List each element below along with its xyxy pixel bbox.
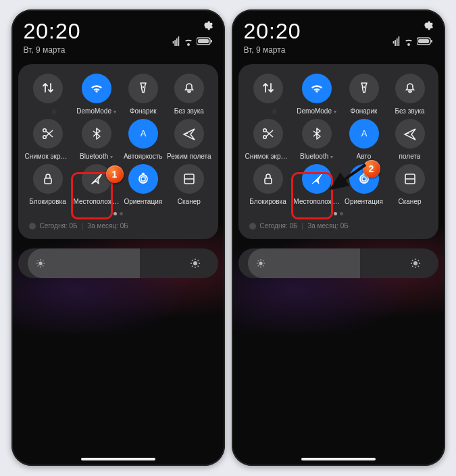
- qs-tile-auto-a[interactable]: Авто: [343, 119, 386, 160]
- qs-tile-label: Режим полета: [167, 153, 211, 160]
- auto-a-icon: [349, 119, 379, 149]
- settings-gear-icon[interactable]: [421, 19, 433, 31]
- qs-tile-label: полета: [399, 153, 421, 160]
- clock: 20:20: [24, 19, 81, 44]
- brightness-low-icon: [36, 259, 45, 268]
- qs-tile-label: Автояркость: [124, 153, 163, 160]
- scissors-icon: [253, 119, 283, 149]
- qs-tile-auto-a[interactable]: Автояркость: [122, 119, 165, 160]
- home-indicator[interactable]: [81, 458, 155, 460]
- qs-tile-label: Без звука: [395, 107, 424, 115]
- location-icon: [302, 164, 332, 194]
- brightness-slider[interactable]: [18, 248, 218, 278]
- qs-tile-label: Сканер: [398, 198, 421, 205]
- qs-tile-label: Блокировка: [29, 198, 66, 205]
- qs-tile-wifi[interactable]: DemoMode ▾: [294, 74, 340, 115]
- rotate-icon: [128, 164, 158, 194]
- qs-tile-rotate[interactable]: Ориентация: [343, 164, 386, 205]
- page-indicator: [25, 212, 211, 215]
- date: Вт, 9 марта: [24, 45, 81, 55]
- qs-tile-label: Фонарик: [130, 107, 157, 115]
- qs-tile-torch[interactable]: Фонарик: [343, 74, 386, 115]
- qs-tile-bluetooth[interactable]: Bluetooth ▾: [294, 119, 340, 160]
- qs-tile-location[interactable]: Местоположение: [294, 164, 340, 205]
- qs-tile-bell[interactable]: Без звука: [388, 74, 432, 115]
- qs-tile-label: Сканер: [178, 198, 201, 205]
- bluetooth-icon: [302, 119, 332, 149]
- qs-tile-scissors[interactable]: Снимок экрана: [245, 119, 291, 160]
- qs-tile-scan[interactable]: Сканер: [167, 164, 211, 205]
- plane-icon: [395, 119, 425, 149]
- qs-tile-plane[interactable]: Режим полета: [167, 119, 211, 160]
- wifi-status-icon: [184, 36, 193, 46]
- page-indicator: [245, 212, 432, 215]
- usage-icon: [29, 223, 36, 230]
- qs-tile-torch[interactable]: Фонарик: [122, 74, 165, 115]
- qs-tile-bluetooth[interactable]: Bluetooth ▾: [74, 119, 120, 160]
- qs-tile-label: Bluetooth ▾: [300, 153, 333, 160]
- scan-icon: [174, 164, 204, 194]
- chevron-down-icon: ▾: [110, 154, 113, 160]
- bell-icon: [174, 74, 204, 103]
- qs-tile-scissors[interactable]: Снимок экрана: [25, 119, 71, 160]
- usage-icon: [249, 223, 256, 230]
- qs-tile-label: Ориентация: [345, 198, 383, 205]
- status-bar: 20:20 Вт, 9 марта: [232, 9, 445, 56]
- qs-tile-label: Снимок экрана: [245, 153, 291, 160]
- data-usage-row[interactable]: Сегодня: 0Б | За месяц: 0Б: [245, 219, 432, 231]
- qs-tile-label: Местоположение: [294, 198, 340, 205]
- qs-tile-lock[interactable]: Блокировка: [25, 164, 71, 205]
- brightness-high-icon: [190, 258, 201, 269]
- qs-tile-label: Bluetooth ▾: [80, 153, 113, 160]
- qs-tile-data[interactable]: ▾: [25, 74, 71, 115]
- wifi-status-icon: [404, 36, 413, 46]
- chevron-down-icon: ▾: [334, 109, 336, 115]
- qs-tile-label: ▾: [40, 107, 55, 115]
- qs-tile-scan[interactable]: Сканер: [388, 164, 432, 205]
- qs-tile-label: Блокировка: [249, 198, 286, 205]
- plane-icon: [174, 119, 204, 149]
- qs-tile-rotate[interactable]: Ориентация: [122, 164, 165, 205]
- usage-today-label: Сегодня: 0Б: [260, 222, 298, 230]
- home-indicator[interactable]: [301, 458, 376, 460]
- brightness-low-icon: [256, 259, 265, 268]
- phone-screenshot-after: 20:20 Вт, 9 марта: [232, 9, 445, 466]
- qs-tile-plane[interactable]: полета: [388, 119, 432, 160]
- brightness-high-icon: [410, 258, 421, 269]
- wifi-icon: [302, 74, 332, 103]
- status-bar: 20:20 Вт, 9 марта: [11, 9, 225, 56]
- bluetooth-icon: [82, 119, 111, 149]
- qs-tile-location[interactable]: Местоположение: [74, 164, 120, 205]
- qs-tile-label: ▾: [260, 107, 276, 115]
- torch-icon: [349, 74, 379, 103]
- location-icon: [82, 164, 111, 194]
- qs-tile-label: Авто: [357, 153, 372, 160]
- qs-tile-data[interactable]: ▾: [245, 74, 291, 115]
- chevron-down-icon: ▾: [273, 109, 276, 115]
- signal-icon: [391, 36, 401, 46]
- torch-icon: [128, 74, 158, 103]
- quick-settings-panel: ▾ DemoMode ▾ Фонарик Без звука: [18, 64, 218, 239]
- usage-month-label: За месяц: 0Б: [87, 222, 128, 230]
- qs-tile-wifi[interactable]: DemoMode ▾: [74, 74, 120, 115]
- data-icon: [253, 74, 283, 103]
- bell-icon: [395, 74, 425, 103]
- lock-icon: [253, 164, 283, 194]
- phone-screenshot-before: 20:20 Вт, 9 марта: [11, 9, 225, 466]
- qs-tile-label: Снимок экрана: [25, 153, 71, 160]
- battery-icon: [197, 36, 213, 46]
- wifi-icon: [82, 74, 111, 103]
- rotate-icon: [349, 164, 379, 194]
- qs-tile-label: Ориентация: [124, 198, 162, 205]
- auto-a-icon: [128, 119, 158, 149]
- chevron-down-icon: ▾: [53, 109, 55, 115]
- data-usage-row[interactable]: Сегодня: 0Б | За месяц: 0Б: [25, 219, 211, 231]
- qs-tile-bell[interactable]: Без звука: [167, 74, 211, 115]
- settings-gear-icon[interactable]: [201, 19, 213, 31]
- brightness-slider[interactable]: [238, 248, 438, 278]
- chevron-down-icon: ▾: [113, 109, 116, 115]
- lock-icon: [33, 164, 63, 194]
- qs-tile-lock[interactable]: Блокировка: [245, 164, 291, 205]
- chevron-down-icon: ▾: [330, 154, 333, 160]
- quick-settings-panel: ▾ DemoMode ▾ Фонарик Без звука: [238, 64, 438, 239]
